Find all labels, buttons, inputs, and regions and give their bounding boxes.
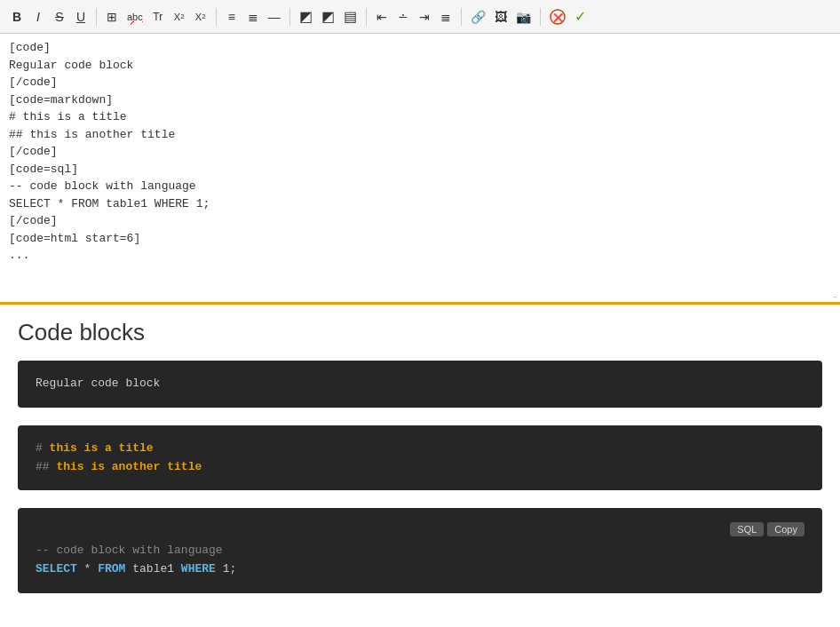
language-badge: SQL	[730, 522, 764, 536]
insert-special1-button[interactable]: ◩	[296, 6, 316, 28]
editor-area: [code] Regular code block [/code] [code=…	[0, 34, 840, 305]
editor-toolbar: B I S U ⊞ abc Tr X2 X2 ≡ ≣ — ◩ ◩ ▤ ⇤ ∸ ⇥…	[0, 0, 840, 34]
align-justify-button[interactable]: ≣	[436, 6, 456, 28]
code-block-markdown-inner: # this is a title ## this is another tit…	[18, 425, 822, 491]
code-content-plain: Regular code block	[36, 375, 804, 393]
sql-where: WHERE	[181, 562, 216, 575]
code-block-sql-header: SQL Copy	[36, 522, 804, 536]
separator-5	[461, 8, 462, 26]
title1: this is a title	[50, 441, 154, 455]
separator-6	[540, 8, 541, 26]
underline-button[interactable]: U	[71, 6, 91, 28]
sql-comment: -- code block with language	[36, 544, 223, 557]
code-block-sql-inner: SQL Copy -- code block with language SEL…	[18, 508, 822, 593]
code-block-plain: Regular code block	[18, 361, 822, 408]
sql-from: FROM	[98, 562, 125, 575]
separator-2	[216, 8, 217, 26]
align-left-button[interactable]: ⇤	[372, 6, 392, 28]
svg-text:❌: ❌	[552, 12, 563, 23]
separator-1	[96, 8, 97, 26]
italic-button[interactable]: I	[28, 6, 48, 28]
align-center-button[interactable]: ∸	[393, 6, 413, 28]
separator-3	[289, 8, 290, 26]
insert-link-button[interactable]: 🔗	[467, 6, 489, 28]
code-block-markdown: # this is a title ## this is another tit…	[18, 425, 822, 491]
copy-button[interactable]: Copy	[767, 522, 804, 536]
preview-area: Code blocks Regular code block # this is…	[0, 305, 840, 627]
preview-title: Code blocks	[18, 319, 822, 346]
insert-special3-button[interactable]: ▤	[340, 6, 361, 28]
insert-special2-button[interactable]: ◩	[318, 6, 338, 28]
insert-image-button[interactable]: 🖼	[491, 6, 511, 28]
sql-select: SELECT	[36, 562, 77, 575]
resize-icon: ···	[833, 293, 836, 301]
title2: this is another title	[56, 460, 202, 473]
list-ordered-button[interactable]: ≣	[243, 6, 263, 28]
insert-media-button[interactable]: 📷	[512, 6, 535, 28]
source-toggle-button[interactable]: ❌	[546, 6, 569, 28]
sql-condition: 1;	[216, 562, 236, 575]
separator-4	[366, 8, 367, 26]
color-grid-button[interactable]: ⊞	[102, 6, 122, 28]
resize-handle[interactable]: ···	[829, 291, 840, 302]
sql-table: table1	[125, 562, 180, 575]
hash2: ##	[36, 460, 56, 473]
strikethrough-button[interactable]: S	[50, 6, 69, 28]
editor-textarea[interactable]: [code] Regular code block [/code] [code=…	[0, 34, 840, 302]
horizontal-rule-button[interactable]: —	[265, 6, 284, 28]
format-text-button[interactable]: Tr	[148, 6, 168, 28]
code-content-sql: -- code block with language SELECT * FRO…	[36, 542, 804, 579]
code-block-plain-inner: Regular code block	[18, 361, 822, 408]
code-content-markdown: # this is a title ## this is another tit…	[36, 440, 804, 477]
spellcheck-button[interactable]: abc	[123, 6, 147, 28]
list-unordered-button[interactable]: ≡	[222, 6, 242, 28]
align-right-button[interactable]: ⇥	[415, 6, 434, 28]
bold-button[interactable]: B	[7, 6, 27, 28]
confirm-button[interactable]: ✓	[571, 6, 590, 28]
plain-text: Regular code block	[36, 377, 160, 390]
hash1: #	[36, 441, 50, 455]
code-block-sql: SQL Copy -- code block with language SEL…	[18, 508, 822, 593]
subscript-button[interactable]: X2	[191, 6, 210, 28]
sql-star: *	[77, 562, 98, 575]
superscript-button[interactable]: X2	[170, 6, 189, 28]
